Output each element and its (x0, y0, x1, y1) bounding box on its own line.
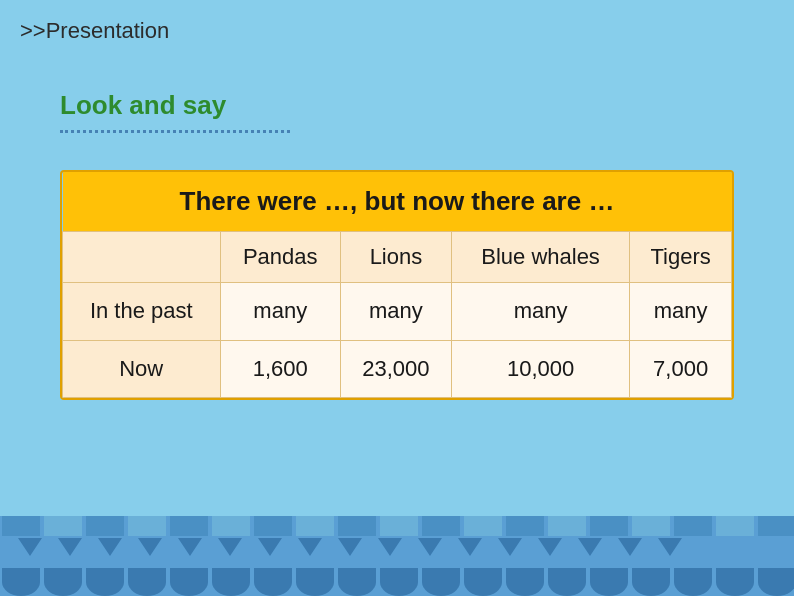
col-empty (63, 232, 221, 283)
col-blue-whales: Blue whales (451, 232, 629, 283)
wave-triangles (10, 538, 690, 556)
cell-blue-whales-past: many (451, 283, 629, 341)
cell-lions-now: 23,000 (341, 340, 452, 398)
look-and-say-label: Look and say (60, 90, 226, 121)
cell-pandas-now: 1,600 (220, 340, 341, 398)
cell-tigers-past: many (630, 283, 732, 341)
wave-bumps-bottom (0, 568, 794, 596)
dotted-underline (60, 130, 290, 133)
col-pandas: Pandas (220, 232, 341, 283)
cell-tigers-now: 7,000 (630, 340, 732, 398)
col-tigers: Tigers (630, 232, 732, 283)
row-in-the-past-label: In the past (63, 283, 221, 341)
cell-lions-past: many (341, 283, 452, 341)
wave-bumps-top (0, 516, 794, 536)
cell-pandas-past: many (220, 283, 341, 341)
table-container: There were …, but now there are … Pandas… (60, 170, 734, 400)
col-lions: Lions (341, 232, 452, 283)
row-now-label: Now (63, 340, 221, 398)
table-title: There were …, but now there are … (63, 172, 732, 232)
breadcrumb: >>Presentation (20, 18, 169, 44)
cell-blue-whales-now: 10,000 (451, 340, 629, 398)
wave-section (0, 516, 794, 596)
